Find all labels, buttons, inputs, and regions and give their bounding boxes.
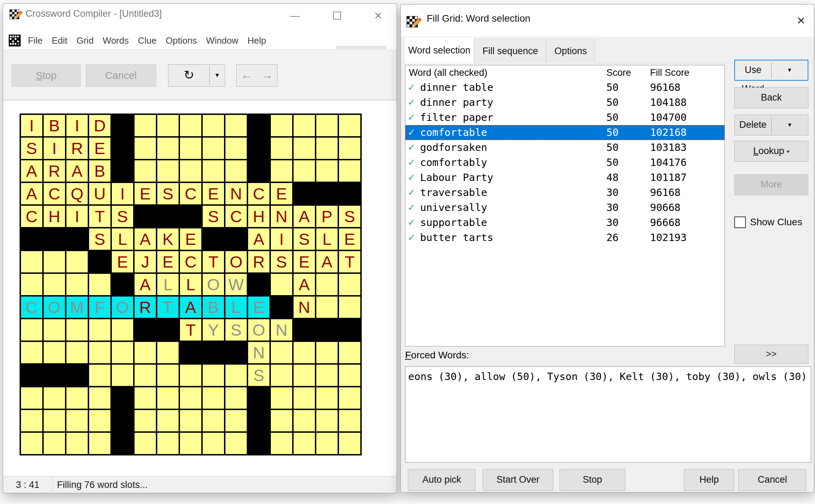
grid-cell[interactable]: E [294,251,315,272]
grid-cell[interactable] [21,319,42,341]
grid-cell[interactable]: N [271,206,292,227]
maximize-icon[interactable] [329,9,345,22]
grid-cell[interactable] [271,387,292,409]
grid-cell[interactable] [44,387,65,409]
grid-cell[interactable]: A [294,206,315,227]
word-row[interactable]: ✓universally3090668 [405,200,724,215]
grid-cell[interactable] [180,433,201,454]
grid-cell[interactable]: L [180,274,201,295]
grid-cell[interactable] [180,410,201,431]
grid-cell[interactable] [248,387,269,409]
grid-cell[interactable] [339,138,360,159]
grid-cell[interactable]: N [248,342,269,363]
grid-cell[interactable] [135,342,156,363]
grid-cell[interactable] [89,387,110,409]
grid-cell[interactable]: R [135,297,156,318]
grid-cell[interactable] [339,183,360,204]
grid-cell[interactable] [316,342,338,363]
grid-cell[interactable]: E [89,138,110,159]
grid-cell[interactable]: S [21,138,42,159]
grid-cell[interactable]: S [203,206,224,227]
grid-cell[interactable] [339,342,360,363]
grid-cell[interactable] [112,387,133,409]
start-over-button[interactable]: Start Over [483,469,553,491]
grid-cell[interactable] [203,387,224,409]
grid-cell[interactable] [44,274,65,295]
grid-cell[interactable] [316,297,338,318]
grid-cell[interactable] [157,138,179,159]
grid-cell[interactable] [225,228,247,250]
grid-cell[interactable]: J [135,251,156,272]
grid-cell[interactable] [112,342,133,363]
menu-item-clue[interactable]: Clue [134,32,161,48]
grid-cell[interactable] [316,115,338,136]
grid-cell[interactable] [271,433,292,454]
grid-cell[interactable]: S [225,319,247,341]
menu-item-words[interactable]: Words [98,32,134,48]
grid-cell[interactable]: I [44,138,65,159]
grid-cell[interactable]: H [248,206,269,227]
grid-cell[interactable]: A [316,251,338,272]
lookup-button[interactable]: Lookup ▾ [734,141,808,162]
dialog-close-icon[interactable]: ✕ [794,14,808,28]
grid-cell[interactable] [339,365,360,386]
grid-cell[interactable] [66,228,88,250]
grid-cell[interactable] [21,433,42,454]
grid-cell[interactable] [89,365,110,386]
grid-cell[interactable]: A [294,274,315,295]
grid-cell[interactable] [135,433,156,454]
grid-cell[interactable]: M [66,297,88,318]
grid-cell[interactable] [157,387,179,409]
grid-cell[interactable] [294,342,315,363]
delete-split-button[interactable]: Delete ▼ [734,115,808,136]
back-arrow-icon[interactable]: ← [237,65,257,86]
grid-cell[interactable] [135,365,156,386]
menu-item-help[interactable]: Help [243,32,271,48]
grid-cell[interactable] [44,410,65,431]
forward-arrow-icon[interactable]: → [257,65,277,86]
grid-cell[interactable] [157,319,179,341]
word-row[interactable]: ✓dinner party50104188 [405,95,724,110]
grid-cell[interactable] [180,387,201,409]
grid-cell[interactable] [339,297,360,318]
grid-cell[interactable]: B [44,115,65,136]
grid-cell[interactable] [180,206,201,227]
expand-button[interactable]: >> [734,345,808,364]
grid-cell[interactable] [66,251,88,272]
grid-cell[interactable] [294,183,315,204]
grid-cell[interactable]: W [225,274,247,295]
grid-cell[interactable] [66,274,88,295]
grid-cell[interactable] [248,138,269,159]
grid-cell[interactable] [294,115,315,136]
refresh-split-button[interactable]: ↻ ▼ [168,64,225,87]
grid-cell[interactable]: A [135,274,156,295]
grid-cell[interactable]: L [316,228,338,250]
grid-cell[interactable]: Q [66,183,88,204]
grid-cell[interactable]: E [248,297,269,318]
menu-item-window[interactable]: Window [202,32,243,48]
grid-cell[interactable] [112,274,133,295]
grid-cell[interactable]: R [44,160,65,182]
grid-cell[interactable]: P [316,206,338,227]
word-row[interactable]: ✓Labour Party48101187 [405,170,724,185]
grid-cell[interactable]: B [89,160,110,182]
grid-cell[interactable] [316,183,338,204]
grid-cell[interactable] [135,319,156,341]
grid-cell[interactable] [112,433,133,454]
grid-cell[interactable] [339,274,360,295]
dialog-titlebar[interactable]: Fill Grid: Word selection ✕ [401,5,814,37]
word-row[interactable]: ✓butter tarts26102193 [405,230,724,245]
grid-cell[interactable] [225,365,247,386]
grid-cell[interactable] [66,433,88,454]
grid-cell[interactable] [112,319,133,341]
grid-cell[interactable] [225,342,247,363]
grid-cell[interactable] [157,206,179,227]
grid-cell[interactable]: A [66,160,88,182]
grid-cell[interactable] [316,160,338,182]
grid-cell[interactable]: C [21,206,42,227]
grid-cell[interactable] [339,115,360,136]
dialog-stop-button[interactable]: Stop [560,469,625,491]
grid-cell[interactable]: S [294,228,315,250]
grid-cell[interactable]: O [112,297,133,318]
grid-cell[interactable]: C [248,183,269,204]
